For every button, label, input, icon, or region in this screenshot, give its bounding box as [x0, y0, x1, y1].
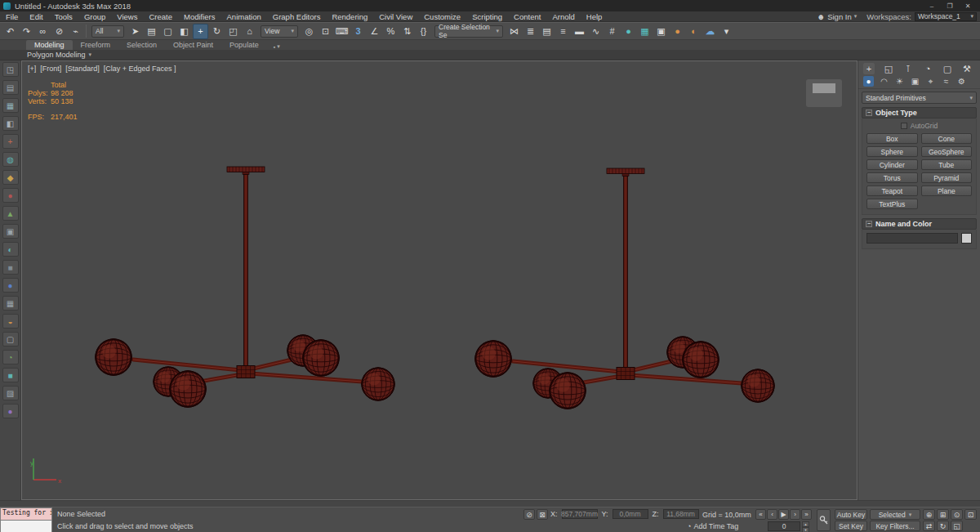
- mirror-icon[interactable]: ⋈: [506, 24, 522, 39]
- maxscript-mini-listener[interactable]: Testing for i: [0, 507, 52, 532]
- object-type-button[interactable]: GeoSphere: [921, 146, 973, 157]
- use-pivot-center-icon[interactable]: ◎: [301, 24, 317, 39]
- material-editor-icon[interactable]: ●: [621, 24, 636, 39]
- select-by-name-icon[interactable]: ▤: [144, 24, 159, 39]
- object-name-input[interactable]: [866, 233, 958, 244]
- layer-explorer-icon[interactable]: ≡: [555, 24, 571, 39]
- rectangular-selection-icon[interactable]: ▢: [160, 24, 176, 39]
- redo-icon[interactable]: ↷: [19, 24, 34, 39]
- object-type-button[interactable]: Cylinder: [866, 159, 918, 170]
- autogrid-checkbox[interactable]: [901, 123, 907, 129]
- reference-coordinate-dropdown[interactable]: View ▾: [261, 25, 298, 38]
- left-toolbar-icon[interactable]: ◍: [2, 152, 19, 167]
- menu-item[interactable]: Modifiers: [178, 11, 221, 22]
- workspace-dropdown[interactable]: Workspace_1 ▾: [915, 12, 977, 21]
- render-flyout-icon[interactable]: ▾: [719, 24, 734, 39]
- left-toolbar-icon[interactable]: ▣: [2, 224, 19, 239]
- polygon-modeling-panel[interactable]: Polygon Modeling: [27, 51, 86, 59]
- orbit-icon[interactable]: ↻: [937, 521, 949, 531]
- selected-dropdown[interactable]: Selected ▾: [870, 509, 920, 520]
- y-coordinate-field[interactable]: 0,0mm: [612, 509, 648, 519]
- viewport-general-menu[interactable]: [+]: [28, 65, 36, 73]
- lights-category-icon[interactable]: ☀: [894, 76, 905, 87]
- menu-item[interactable]: Arnold: [546, 11, 580, 22]
- ribbon-tab[interactable]: Selection: [118, 40, 165, 50]
- viewport-renderer-menu[interactable]: [Standard]: [65, 65, 100, 73]
- left-toolbar-icon[interactable]: ■: [2, 368, 19, 382]
- primitives-category-dropdown[interactable]: Standard Primitives ▾: [862, 92, 977, 104]
- z-coordinate-field[interactable]: 11,68mm: [663, 509, 699, 519]
- menu-item[interactable]: Help: [581, 11, 608, 22]
- left-toolbar-icon[interactable]: ●: [2, 188, 19, 203]
- object-type-button[interactable]: Plane: [921, 186, 973, 196]
- frame-spinner[interactable]: ▲▼: [802, 521, 809, 531]
- named-selection-sets-dropdown[interactable]: Create Selection Se ▾: [434, 25, 503, 38]
- ribbon-minimize-control[interactable]: ▪ ▾: [274, 43, 280, 50]
- render-iterative-icon[interactable]: ◐: [686, 24, 702, 39]
- left-toolbar-icon[interactable]: ▤: [2, 80, 19, 95]
- current-frame-field[interactable]: 0: [768, 521, 800, 531]
- geometry-category-icon[interactable]: ●: [863, 76, 874, 87]
- keyboard-override-icon[interactable]: ⌨: [334, 24, 350, 39]
- previous-frame-button[interactable]: ‹: [767, 509, 777, 520]
- window-crossing-icon[interactable]: ◧: [176, 24, 192, 39]
- object-type-button[interactable]: Sphere: [866, 146, 918, 157]
- pan-icon[interactable]: ⇄: [923, 521, 935, 531]
- object-type-button[interactable]: Tube: [921, 159, 973, 170]
- maximize-viewport-icon[interactable]: ◱: [951, 521, 963, 531]
- selection-filter-dropdown[interactable]: All ▾: [91, 25, 124, 38]
- listener-macro-recorder[interactable]: Testing for i: [0, 507, 52, 521]
- selection-lock-icon[interactable]: ⊠: [537, 509, 548, 520]
- chandelier-model-2[interactable]: [475, 168, 774, 409]
- ribbon-tab[interactable]: Freeform: [73, 40, 119, 50]
- left-toolbar-icon[interactable]: ●: [2, 404, 19, 418]
- utilities-tab-icon[interactable]: ⚒: [961, 63, 973, 74]
- left-toolbar-icon[interactable]: ■: [2, 260, 19, 275]
- sign-in-button[interactable]: ☻ Sign In ▾: [810, 12, 863, 21]
- isolate-selection-icon[interactable]: ⊘: [523, 509, 535, 520]
- listener-input[interactable]: [0, 521, 52, 532]
- snaps-toggle-icon[interactable]: 3: [350, 24, 366, 39]
- select-and-scale-icon[interactable]: ◰: [225, 24, 241, 39]
- menu-item[interactable]: Edit: [24, 11, 48, 22]
- spinner-up-icon[interactable]: ▲: [802, 521, 809, 527]
- ribbon-tab[interactable]: Populate: [221, 40, 267, 50]
- menu-item[interactable]: Tools: [49, 11, 78, 22]
- maximize-button[interactable]: ❐: [941, 1, 959, 11]
- go-to-end-button[interactable]: »: [801, 509, 812, 520]
- left-toolbar-icon[interactable]: ▲: [2, 206, 19, 221]
- select-and-place-icon[interactable]: ⌂: [242, 24, 257, 39]
- key-filters-button[interactable]: Key Filters...: [870, 521, 920, 531]
- name-and-color-rollout-header[interactable]: − Name and Color: [862, 218, 977, 230]
- left-toolbar-icon[interactable]: ◳: [2, 62, 19, 77]
- viewcube[interactable]: [806, 79, 842, 107]
- left-toolbar-icon[interactable]: ▢: [2, 332, 19, 346]
- next-frame-button[interactable]: ›: [790, 509, 800, 520]
- menu-item[interactable]: Animation: [221, 11, 267, 22]
- object-type-button[interactable]: Torus: [866, 172, 918, 183]
- menu-item[interactable]: Graph Editors: [267, 11, 327, 22]
- a360-cloud-icon[interactable]: ☁: [702, 24, 718, 39]
- menu-item[interactable]: Content: [508, 11, 546, 22]
- left-toolbar-icon[interactable]: ▦: [2, 98, 19, 113]
- align-icon[interactable]: ≣: [523, 24, 538, 39]
- object-type-button[interactable]: Pyramid: [921, 172, 973, 183]
- render-production-icon[interactable]: ●: [670, 24, 685, 39]
- minimize-button[interactable]: –: [923, 1, 941, 11]
- display-tab-icon[interactable]: ▢: [942, 63, 953, 74]
- render-setup-icon[interactable]: ▦: [637, 24, 653, 39]
- undo-icon[interactable]: ↶: [2, 24, 18, 39]
- shapes-category-icon[interactable]: ◠: [879, 76, 889, 87]
- edit-named-selection-sets-icon[interactable]: {}: [416, 24, 431, 39]
- viewport-shading-menu[interactable]: [Clay + Edged Faces ]: [104, 65, 176, 73]
- menu-item[interactable]: Customize: [418, 11, 466, 22]
- menu-item[interactable]: Rendering: [326, 11, 373, 22]
- chandelier-model-1[interactable]: [96, 167, 394, 407]
- angle-snap-icon[interactable]: ∠: [367, 24, 382, 39]
- left-toolbar-icon[interactable]: ▨: [2, 386, 19, 400]
- curve-editor-icon[interactable]: ∿: [588, 24, 604, 39]
- bind-to-space-warp-icon[interactable]: ⌁: [68, 24, 83, 39]
- helpers-category-icon[interactable]: ⌖: [925, 76, 936, 87]
- left-toolbar-icon[interactable]: ◐: [2, 242, 19, 257]
- track-bar[interactable]: [0, 500, 980, 507]
